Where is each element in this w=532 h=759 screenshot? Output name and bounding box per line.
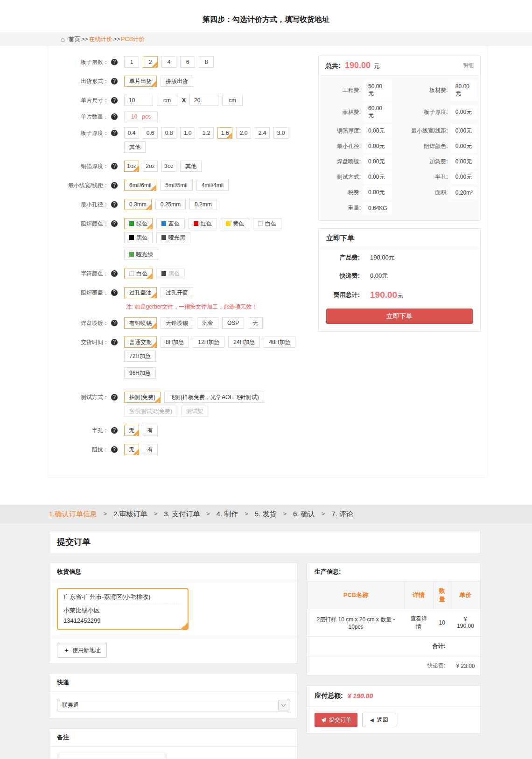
help-icon[interactable]: ?: [111, 220, 118, 227]
breadcrumb-item[interactable]: PCB计价: [121, 36, 145, 42]
option[interactable]: 2oz: [143, 161, 158, 172]
option[interactable]: 1oz: [124, 161, 139, 172]
help-icon[interactable]: ?: [111, 163, 118, 169]
option[interactable]: 过孔开窗: [161, 287, 193, 298]
option[interactable]: 72H加急: [124, 351, 156, 362]
option[interactable]: 红色: [189, 218, 217, 229]
field-options: 无有: [124, 444, 161, 458]
field-options: 过孔盖油过孔开窗注: 如是gerber文件，一律按文件加工，此选项无效！: [124, 287, 310, 312]
option[interactable]: 4: [161, 56, 176, 68]
help-icon[interactable]: ?: [111, 427, 118, 434]
option[interactable]: 白色: [253, 218, 281, 229]
option[interactable]: 过孔盖油: [124, 287, 157, 298]
order-now-button[interactable]: 立即下单: [326, 309, 473, 324]
option[interactable]: 其他: [124, 141, 146, 153]
help-icon[interactable]: ?: [111, 113, 118, 120]
option[interactable]: 测试架: [181, 406, 208, 417]
option[interactable]: 黄色: [221, 218, 249, 229]
option[interactable]: 单片出货: [124, 76, 157, 87]
option[interactable]: 无铅喷锡: [161, 317, 193, 329]
option[interactable]: 飞测(样板免费，光学AOI+飞针测试): [164, 392, 264, 403]
option[interactable]: 3oz: [161, 161, 176, 172]
option[interactable]: 其他: [180, 161, 202, 172]
option[interactable]: 2: [143, 56, 158, 68]
total-row: 合计:: [308, 637, 480, 656]
option[interactable]: 客供测试架(免费): [124, 406, 177, 417]
option[interactable]: 蓝色: [156, 218, 185, 229]
breadcrumb-item[interactable]: 首页: [69, 36, 80, 42]
option[interactable]: 2.4: [255, 127, 270, 139]
help-icon[interactable]: ?: [111, 78, 118, 84]
payable-value: ¥ 190.00: [348, 692, 373, 700]
option[interactable]: 1.6: [217, 127, 232, 139]
option[interactable]: 3.0: [273, 127, 288, 139]
option[interactable]: 有: [143, 425, 158, 436]
option[interactable]: 有铅喷锡: [124, 317, 157, 329]
option[interactable]: 0.3mm: [124, 199, 152, 210]
option[interactable]: 0.4: [124, 127, 139, 139]
quantity-box[interactable]: 10pcs: [124, 111, 158, 122]
option[interactable]: 黑色: [124, 232, 153, 243]
option[interactable]: 拼版出货: [161, 76, 193, 87]
help-icon[interactable]: ?: [111, 201, 118, 208]
help-icon[interactable]: ?: [111, 270, 118, 277]
option[interactable]: 8H加急: [161, 337, 189, 348]
option[interactable]: 0.8: [161, 127, 176, 139]
option[interactable]: 12H加急: [193, 337, 224, 348]
option[interactable]: 24H加急: [228, 337, 260, 348]
option[interactable]: 沉金: [197, 317, 218, 329]
option[interactable]: 8: [199, 56, 214, 68]
option[interactable]: 黑色: [156, 268, 185, 279]
back-button[interactable]: ◀ 返回: [362, 713, 396, 727]
help-icon[interactable]: ?: [111, 182, 118, 189]
option[interactable]: 无: [124, 425, 139, 436]
option[interactable]: 96H加急: [124, 367, 156, 379]
option[interactable]: 4mil/4mil: [196, 180, 229, 191]
option[interactable]: 6: [180, 56, 195, 68]
option[interactable]: 6mil/6mil: [124, 180, 156, 191]
option[interactable]: 0.6: [143, 127, 158, 139]
option[interactable]: 5mil/5mil: [160, 180, 192, 191]
help-icon[interactable]: ?: [111, 320, 118, 326]
option[interactable]: 有: [143, 444, 158, 455]
option[interactable]: 1: [124, 56, 139, 68]
help-icon[interactable]: ?: [111, 289, 118, 296]
width-input[interactable]: [124, 95, 153, 106]
option[interactable]: 1.0: [180, 127, 195, 139]
option[interactable]: 2.0: [236, 127, 251, 139]
submit-order-button[interactable]: 提交订单: [315, 713, 357, 727]
express-select[interactable]: 联昊通: [57, 699, 289, 711]
new-address-button[interactable]: ＋ 使用新地址: [57, 643, 107, 658]
breadcrumb-item[interactable]: 在线计价: [89, 36, 112, 42]
option[interactable]: 哑光黑: [156, 232, 190, 243]
view-detail-link[interactable]: 查看详情: [404, 609, 433, 637]
option[interactable]: 48H加急: [264, 337, 295, 348]
option[interactable]: 哑光绿: [124, 249, 158, 260]
height-input[interactable]: [189, 95, 218, 106]
remark-textarea[interactable]: [57, 754, 167, 759]
option[interactable]: 普通交期: [124, 337, 157, 348]
help-icon[interactable]: ?: [111, 59, 118, 65]
option[interactable]: 0.25mm: [155, 199, 186, 210]
option[interactable]: 无: [124, 444, 139, 455]
option[interactable]: OSP: [222, 317, 244, 329]
home-icon[interactable]: ⌂: [61, 32, 65, 46]
option[interactable]: 1.2: [199, 127, 214, 139]
option[interactable]: 无: [248, 317, 263, 329]
help-icon[interactable]: ?: [111, 130, 118, 136]
remark-header: 备注: [49, 729, 297, 747]
detail-link[interactable]: 明细: [462, 62, 474, 70]
help-icon[interactable]: ?: [111, 446, 118, 453]
address-card[interactable]: 广东省-广州市-荔湾区(小毛桃收)小莱比锡小区13412452299: [57, 588, 189, 630]
total-unit: 元: [373, 63, 379, 70]
qty-cell: 10: [433, 609, 451, 637]
help-icon[interactable]: ?: [111, 339, 118, 345]
help-icon[interactable]: ?: [111, 97, 118, 104]
fee-value: 0.00元: [364, 170, 392, 184]
option[interactable]: 白色: [124, 268, 153, 279]
fee-label: 税费:: [319, 185, 364, 200]
option[interactable]: 0.2mm: [189, 199, 217, 210]
option[interactable]: 抽测(免费): [124, 392, 161, 403]
option[interactable]: 绿色: [124, 218, 153, 229]
help-icon[interactable]: ?: [111, 394, 118, 401]
